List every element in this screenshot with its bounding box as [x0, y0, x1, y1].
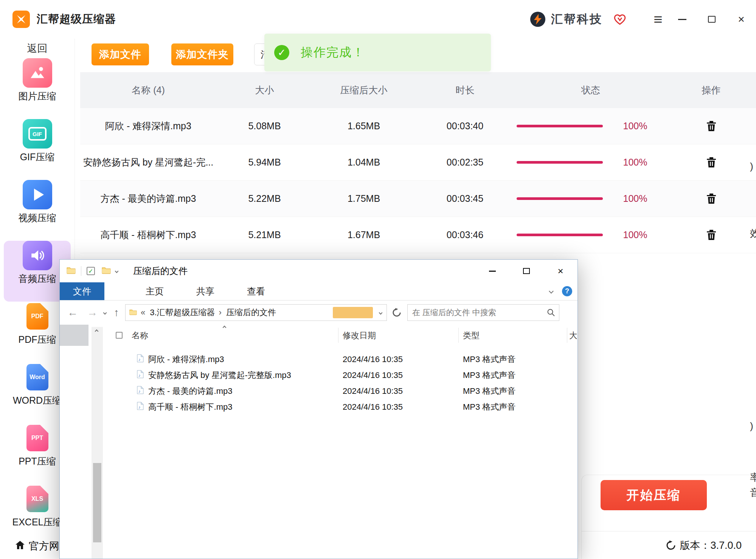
- back-button[interactable]: 返回: [0, 39, 75, 58]
- help-icon[interactable]: ?: [562, 286, 572, 296]
- table-row: 阿欣 - 难得深情.mp3 5.08MB 1.65MB 00:03:40 100…: [80, 108, 756, 144]
- explorer-minimize-button[interactable]: [475, 260, 509, 282]
- explorer-file-list: ♪ 阿欣 - 难得深情.mp3 2024/4/16 10:35 MP3 格式声音…: [60, 352, 577, 415]
- sidebar-item-image-compress[interactable]: 图片压缩: [4, 58, 71, 119]
- menu-file[interactable]: 文件: [60, 282, 104, 300]
- divider: [81, 266, 81, 276]
- mp3-file-icon: ♪: [137, 402, 148, 412]
- nav-history-dropdown-icon[interactable]: [103, 311, 107, 314]
- duration: 00:03:40: [415, 121, 515, 132]
- audio-compress-icon: [23, 241, 52, 270]
- nav-up-icon[interactable]: ↑: [114, 307, 119, 319]
- select-all-checkbox[interactable]: [116, 332, 123, 339]
- sidebar-item-label: EXCEL压缩: [12, 516, 62, 528]
- file-type: MP3 格式声音: [463, 386, 577, 397]
- col-compressed: 压缩后大小: [313, 84, 415, 96]
- official-site-link[interactable]: 官方网: [15, 539, 59, 553]
- quick-access-dropdown-icon[interactable]: [115, 269, 119, 273]
- table-row: 高千顺 - 梧桐树下.mp3 5.21MB 1.67MB 00:03:46 10…: [80, 217, 756, 253]
- column-name[interactable]: 名称: [132, 330, 148, 341]
- col-name: 名称 (4): [80, 84, 216, 96]
- file-row[interactable]: ♪ 安静悠扬古风 by 星河鹭起-完整版.mp3 2024/4/16 10:35…: [60, 367, 577, 383]
- toast-message: 操作完成！: [301, 44, 365, 61]
- scrollbar-thumb[interactable]: [93, 463, 101, 542]
- image-compress-icon: [23, 58, 52, 88]
- gif-compress-icon: GIF: [23, 119, 52, 149]
- menu-icon[interactable]: ≡: [649, 11, 668, 28]
- file-row[interactable]: ♪ 方杰 - 最美的诗篇.mp3 2024/4/16 10:35 MP3 格式声…: [60, 383, 577, 399]
- delete-button[interactable]: [666, 121, 756, 132]
- folder-icon: [67, 266, 76, 276]
- col-size: 大小: [216, 84, 313, 96]
- progress-percent: 100%: [604, 229, 666, 240]
- delete-button[interactable]: [666, 193, 756, 204]
- column-date[interactable]: 修改日期: [343, 330, 376, 341]
- menu-view[interactable]: 查看: [231, 282, 281, 300]
- file-name: 高千顺 - 梧桐树下.mp3: [148, 401, 343, 413]
- ribbon-collapse-icon[interactable]: [549, 289, 554, 294]
- explorer-close-button[interactable]: ×: [543, 260, 577, 282]
- add-file-button[interactable]: 添加文件: [92, 43, 149, 65]
- mp3-file-icon: ♪: [137, 354, 148, 365]
- explorer-maximize-button[interactable]: [509, 260, 543, 282]
- sidebar-item-label: WORD压缩: [13, 394, 62, 407]
- folder-icon: [129, 309, 137, 317]
- screen-edge-fragment: ): [750, 420, 756, 432]
- app-titlebar: 汇帮超级压缩器 汇帮科技 ≡ ×: [0, 0, 756, 39]
- sidebar-item-gif-compress[interactable]: GIF GIF压缩: [4, 119, 71, 180]
- folder-icon[interactable]: [102, 266, 111, 276]
- address-box[interactable]: « 3.汇帮超级压缩器 › 压缩后的文件: [125, 304, 387, 321]
- quick-access-check-icon[interactable]: ✓: [87, 267, 95, 275]
- start-compress-button[interactable]: 开始压缩: [601, 480, 707, 510]
- search-input[interactable]: [408, 305, 559, 321]
- file-name: 安静悠扬古风 by 星河鹭起-完整版.mp3: [148, 370, 343, 381]
- brand-logo-icon: [530, 11, 546, 27]
- address-dropdown-icon[interactable]: [379, 311, 383, 314]
- svg-text:♪: ♪: [138, 389, 141, 393]
- minimize-button[interactable]: [668, 8, 697, 31]
- sidebar-item-label: PPT压缩: [19, 455, 56, 468]
- search-icon[interactable]: [547, 308, 555, 318]
- nav-back-icon[interactable]: ←: [67, 307, 78, 319]
- menu-share[interactable]: 共享: [180, 282, 231, 300]
- explorer-menubar: 文件 主页 共享 查看 ?: [60, 282, 577, 300]
- compressed-size: 1.65MB: [313, 121, 415, 132]
- sidebar-item-video-compress[interactable]: 视频压缩: [4, 180, 71, 241]
- refresh-icon[interactable]: [392, 308, 401, 317]
- file-row[interactable]: ♪ 高千顺 - 梧桐树下.mp3 2024/4/16 10:35 MP3 格式声…: [60, 399, 577, 415]
- scroll-up-icon[interactable]: [95, 330, 99, 333]
- video-compress-icon: [23, 180, 52, 209]
- column-size[interactable]: 大: [569, 330, 577, 341]
- progress-bar: [515, 234, 604, 236]
- screen-edge-fragment: ): [750, 161, 756, 172]
- breadcrumb-current[interactable]: 压缩后的文件: [226, 307, 276, 318]
- breadcrumb-parent[interactable]: 3.汇帮超级压缩器: [150, 307, 215, 318]
- add-folder-button[interactable]: 添加文件夹: [171, 43, 233, 65]
- nav-forward-icon[interactable]: →: [87, 307, 98, 319]
- progress-bar: [515, 197, 604, 200]
- close-button[interactable]: ×: [727, 8, 756, 31]
- delete-button[interactable]: [666, 229, 756, 241]
- ppt-badge: PPT: [26, 425, 48, 451]
- sidebar-item-label: 图片压缩: [19, 90, 56, 102]
- menu-home[interactable]: 主页: [129, 282, 180, 300]
- compressed-size: 1.67MB: [313, 229, 415, 240]
- delete-button[interactable]: [666, 157, 756, 168]
- column-type[interactable]: 类型: [463, 330, 480, 341]
- search-box: [407, 304, 559, 321]
- maximize-icon: [708, 16, 716, 23]
- success-check-icon: ✓: [274, 45, 289, 60]
- sidebar-item-label: 视频压缩: [19, 212, 56, 224]
- file-type: MP3 格式声音: [463, 370, 577, 381]
- maximize-button[interactable]: [697, 8, 727, 31]
- file-name: 阿欣 - 难得深情.mp3: [80, 120, 216, 132]
- update-refresh-icon[interactable]: [666, 540, 676, 550]
- file-row[interactable]: ♪ 阿欣 - 难得深情.mp3 2024/4/16 10:35 MP3 格式声音: [60, 352, 577, 367]
- sort-ascending-icon[interactable]: [223, 326, 227, 330]
- svg-text:♪: ♪: [138, 373, 141, 378]
- file-size: 5.94MB: [216, 157, 313, 168]
- file-size: 5.22MB: [216, 193, 313, 204]
- file-date: 2024/4/16 10:35: [343, 355, 463, 364]
- vip-heart-icon[interactable]: [613, 13, 627, 25]
- sidebar-item-label: 音频压缩: [19, 273, 56, 285]
